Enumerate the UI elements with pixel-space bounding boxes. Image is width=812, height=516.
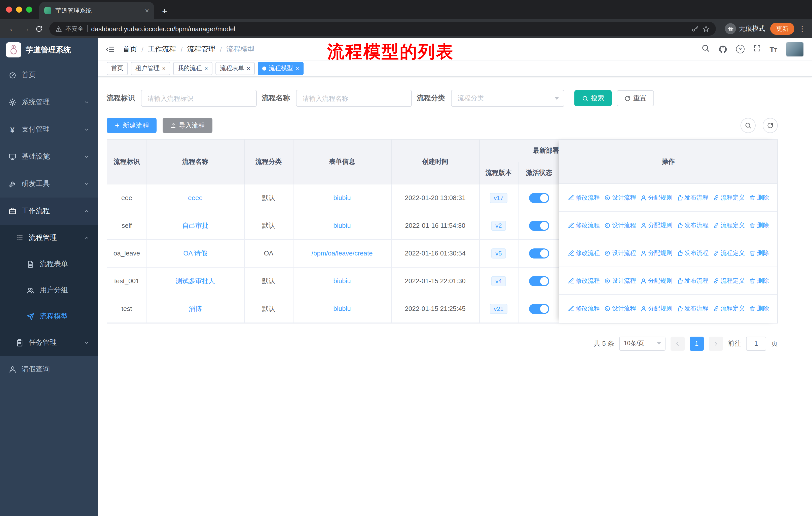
tag-process-model[interactable]: 流程模型 × — [258, 62, 303, 75]
back-button[interactable]: ← — [6, 25, 19, 33]
version-badge[interactable]: v21 — [490, 304, 508, 314]
sidebar-item-home[interactable]: 首页 — [0, 61, 98, 89]
sidebar-item-process-mgmt[interactable]: 流程管理 — [0, 225, 98, 251]
next-page-button[interactable] — [709, 336, 723, 350]
delete-link[interactable]: 删除 — [749, 249, 769, 257]
active-toggle[interactable] — [529, 220, 549, 230]
close-icon[interactable]: × — [162, 65, 166, 71]
assign-rule-link[interactable]: 分配规则 — [640, 276, 672, 285]
delete-link[interactable]: 删除 — [749, 276, 769, 285]
tag-home[interactable]: 首页 — [107, 62, 128, 75]
version-badge[interactable]: v5 — [491, 248, 506, 258]
form-info-link[interactable]: biubiu — [333, 194, 351, 201]
reload-button[interactable] — [32, 25, 45, 32]
tab-close-icon[interactable]: × — [145, 7, 149, 14]
active-toggle[interactable] — [529, 193, 549, 203]
prev-page-button[interactable] — [671, 336, 685, 350]
chrome-update-button[interactable]: 更新 — [770, 23, 794, 35]
publish-process-link[interactable]: 发布流程 — [676, 276, 708, 285]
current-page-button[interactable]: 1 — [690, 336, 704, 350]
sidebar-item-process-form[interactable]: 流程表单 — [0, 251, 98, 277]
version-badge[interactable]: v2 — [491, 220, 506, 230]
search-button[interactable]: 搜索 — [574, 90, 612, 106]
user-avatar[interactable] — [786, 42, 804, 57]
browser-tab[interactable]: 芋道管理系统 × — [39, 2, 154, 19]
process-name-link[interactable]: eeee — [188, 194, 203, 201]
window-minimize-button[interactable] — [16, 6, 22, 12]
close-icon[interactable]: × — [295, 65, 299, 71]
publish-process-link[interactable]: 发布流程 — [676, 249, 708, 257]
process-definition-link[interactable]: 流程定义 — [713, 304, 745, 313]
window-close-button[interactable] — [6, 6, 12, 12]
active-toggle[interactable] — [529, 304, 549, 314]
delete-link[interactable]: 删除 — [749, 193, 769, 202]
design-process-link[interactable]: 设计流程 — [604, 221, 636, 229]
form-info-link[interactable]: /bpm/oa/leave/create — [312, 249, 373, 257]
sidebar-item-task-mgmt[interactable]: 任务管理 — [0, 330, 98, 356]
forward-button[interactable]: → — [19, 25, 32, 33]
active-toggle[interactable] — [529, 248, 549, 258]
modify-process-link[interactable]: 修改流程 — [568, 249, 600, 257]
sidebar-item-devtools[interactable]: 研发工具 — [0, 170, 98, 197]
active-toggle[interactable] — [529, 276, 549, 286]
assign-rule-link[interactable]: 分配规则 — [640, 304, 672, 313]
fullscreen-icon[interactable] — [753, 44, 761, 54]
tag-my-process[interactable]: 我的流程 × — [173, 62, 212, 75]
address-bar[interactable]: 不安全 dashboard.yudao.iocoder.cn/bpm/manag… — [49, 22, 716, 36]
process-definition-link[interactable]: 流程定义 — [713, 221, 745, 229]
search-icon[interactable] — [701, 44, 709, 54]
sidebar-item-system[interactable]: 系统管理 — [0, 89, 98, 116]
publish-process-link[interactable]: 发布流程 — [676, 193, 708, 202]
password-key-icon[interactable] — [691, 25, 699, 32]
modify-process-link[interactable]: 修改流程 — [568, 221, 600, 229]
process-name-link[interactable]: 自己审批 — [182, 221, 208, 229]
delete-link[interactable]: 删除 — [749, 221, 769, 229]
delete-link[interactable]: 删除 — [749, 304, 769, 313]
form-info-link[interactable]: biubiu — [333, 305, 351, 313]
tag-process-form[interactable]: 流程表单 × — [215, 62, 255, 75]
security-warning-icon[interactable] — [55, 25, 62, 32]
create-process-button[interactable]: 新建流程 — [107, 118, 156, 133]
design-process-link[interactable]: 设计流程 — [604, 276, 636, 285]
assign-rule-link[interactable]: 分配规则 — [640, 193, 672, 202]
form-info-link[interactable]: biubiu — [333, 277, 351, 285]
toggle-search-button[interactable] — [741, 118, 756, 133]
assign-rule-link[interactable]: 分配规则 — [640, 221, 672, 229]
process-definition-link[interactable]: 流程定义 — [713, 276, 745, 285]
breadcrumb-process-mgmt[interactable]: 流程管理 — [187, 45, 215, 54]
sidebar-item-infra[interactable]: 基础设施 — [0, 143, 98, 170]
modify-process-link[interactable]: 修改流程 — [568, 276, 600, 285]
font-size-icon[interactable]: TT — [770, 45, 777, 53]
sidebar-item-workflow[interactable]: 工作流程 — [0, 197, 98, 225]
process-name-link[interactable]: 滔博 — [189, 305, 202, 312]
close-icon[interactable]: × — [204, 65, 208, 71]
window-zoom-button[interactable] — [26, 6, 32, 12]
github-icon[interactable] — [718, 45, 727, 54]
process-category-select[interactable]: 流程分类 — [451, 90, 564, 107]
sidebar-item-user-group[interactable]: 用户分组 — [0, 277, 98, 303]
process-key-input[interactable] — [141, 90, 257, 107]
breadcrumb-home[interactable]: 首页 — [123, 45, 137, 54]
process-name-link[interactable]: OA 请假 — [183, 249, 207, 257]
process-name-link[interactable]: 测试多审批人 — [176, 277, 215, 284]
publish-process-link[interactable]: 发布流程 — [676, 221, 708, 229]
page-size-select[interactable]: 10条/页 — [619, 336, 666, 350]
version-badge[interactable]: v17 — [490, 193, 508, 203]
design-process-link[interactable]: 设计流程 — [604, 193, 636, 202]
refresh-button[interactable] — [763, 118, 778, 133]
process-name-input[interactable] — [296, 90, 412, 107]
publish-process-link[interactable]: 发布流程 — [676, 304, 708, 313]
breadcrumb-workflow[interactable]: 工作流程 — [148, 45, 176, 54]
sidebar-item-leave-query[interactable]: 请假查询 — [0, 356, 98, 383]
sidebar-fold-icon[interactable] — [106, 45, 115, 54]
reset-button[interactable]: 重置 — [617, 90, 654, 106]
sidebar-item-process-model[interactable]: 流程模型 — [0, 303, 98, 330]
bookmark-star-icon[interactable] — [702, 25, 710, 32]
browser-menu-icon[interactable]: ⋮ — [799, 24, 806, 33]
modify-process-link[interactable]: 修改流程 — [568, 304, 600, 313]
sidebar-item-payment[interactable]: ¥ 支付管理 — [0, 116, 98, 143]
design-process-link[interactable]: 设计流程 — [604, 304, 636, 313]
process-definition-link[interactable]: 流程定义 — [713, 249, 745, 257]
form-info-link[interactable]: biubiu — [333, 222, 351, 229]
goto-page-input[interactable] — [746, 336, 766, 350]
